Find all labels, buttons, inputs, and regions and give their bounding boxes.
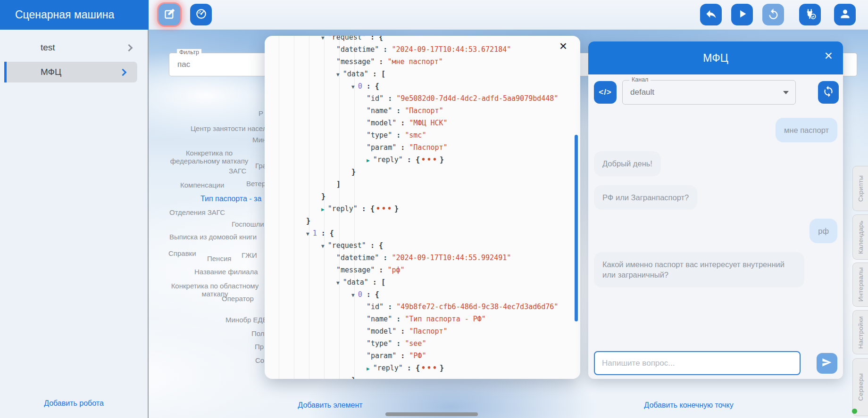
sidebar-item-label: МФЦ [41, 67, 61, 77]
send-button[interactable] [817, 353, 837, 374]
add-endpoint-link[interactable]: Добавить конечную точку [644, 401, 733, 409]
sidebar-item-test[interactable]: test [0, 37, 148, 58]
sidebar-item-label: test [41, 42, 55, 53]
canvas-node[interactable]: Госпошли [232, 220, 264, 228]
right-tab-3[interactable]: Интервалы [852, 262, 868, 307]
canvas-node[interactable]: Пр [255, 343, 264, 351]
top-toolbar [149, 0, 868, 30]
json-line[interactable]: ▶"reply" : {•••} [265, 154, 571, 166]
canvas-node[interactable]: Тип паспорта - за [200, 195, 261, 203]
right-tab-2[interactable]: Календарь [852, 214, 868, 260]
json-line[interactable]: "message" : "рф" [265, 264, 571, 276]
canvas-node[interactable]: Р [259, 109, 263, 117]
canvas-node[interactable]: ЗАГС [229, 167, 246, 175]
close-icon[interactable]: × [824, 49, 833, 63]
user-message-bubble: рф [810, 219, 837, 243]
json-line[interactable]: } [265, 166, 571, 178]
json-line[interactable]: "datetime" : "2024-09-17T10:44:53.672184… [265, 43, 571, 56]
bot-message-bubble: Добрый день! [594, 151, 661, 176]
json-line[interactable]: "name" : "Паспорт" [265, 105, 571, 117]
dashboard-button[interactable] [190, 4, 212, 25]
canvas-node[interactable]: Компенсации [180, 181, 224, 189]
sidebar-item-mfc[interactable]: МФЦ [4, 62, 137, 82]
json-line[interactable]: "type" : "smc" [265, 129, 571, 141]
canvas-node[interactable]: Оператор [222, 295, 254, 303]
canvas-node[interactable]: Пенсия [207, 254, 231, 262]
right-tab-label: Скрипты [857, 175, 864, 202]
canvas-node[interactable]: Конкретика по федеральному маткапу [161, 149, 258, 165]
json-line[interactable]: "type" : "see" [265, 337, 571, 350]
json-line[interactable]: "id" : "49b8fe72-cfb6-486d-9c38-4ec7d3ad… [265, 301, 571, 313]
undo-button[interactable] [700, 4, 722, 25]
bot-message-bubble: РФ или Загранпаспорт? [594, 185, 697, 210]
paper-plane-icon [821, 357, 833, 370]
json-line[interactable]: "model" : "МФЦ НСК" [265, 117, 571, 129]
right-tab-label: Календарь [857, 221, 864, 254]
code-view-button[interactable]: </> [594, 81, 617, 104]
json-line[interactable]: "param" : "РФ" [265, 350, 571, 362]
json-line[interactable]: ▼0 : { [265, 80, 571, 92]
request-history-modal: ▼"request" : {"datetime" : "2024-09-17T1… [265, 36, 580, 379]
chat-question-input[interactable] [594, 351, 801, 375]
robots-sidebar: test МФЦ Добавить робота [0, 30, 149, 418]
json-line[interactable]: ▼"request" : { [265, 239, 571, 252]
json-line[interactable]: "datetime" : "2024-09-17T10:44:55.992491… [265, 252, 571, 264]
json-line[interactable]: "id" : "9e5082d0-7d4d-4dc2-adfd-5aa9079b… [265, 92, 571, 105]
json-line[interactable]: } [265, 374, 571, 379]
refresh-chat-button[interactable] [818, 81, 839, 104]
profile-button[interactable] [834, 4, 856, 25]
json-line[interactable]: ▼1 : { [265, 227, 571, 239]
json-line[interactable]: ▼"request" : { [265, 36, 571, 43]
canvas-node[interactable]: Отделения ЗАГС [169, 208, 225, 216]
json-line[interactable]: "message" : "мне паспорт" [265, 56, 571, 68]
json-line[interactable]: ▼"data" : [ [265, 68, 571, 80]
restore-icon [767, 8, 780, 22]
json-line[interactable]: ▼"data" : [ [265, 276, 571, 288]
integrations-button[interactable] [799, 4, 821, 25]
canvas-node[interactable]: Справки [168, 249, 196, 257]
json-line[interactable]: } [265, 215, 571, 227]
canvas-node[interactable]: Название филиала [194, 268, 258, 276]
add-element-link[interactable]: Добавить элемент [298, 401, 362, 409]
json-line[interactable]: "name" : "Тип паспорта - РФ" [265, 313, 571, 325]
json-line[interactable]: ▶"reply" : {•••} [265, 362, 571, 374]
close-icon[interactable]: × [559, 40, 567, 53]
channel-label: Канал [629, 76, 651, 83]
chat-input-row [594, 351, 837, 375]
refresh-icon [822, 85, 835, 99]
chat-panel: МФЦ × </> Канал default мне паспортДобры… [588, 41, 843, 379]
canvas-node[interactable]: Центр занятости населе [191, 124, 271, 132]
json-line[interactable]: } [265, 190, 571, 203]
edit-mode-button[interactable] [159, 4, 180, 25]
plug-check-icon [804, 8, 817, 22]
right-tab-1[interactable]: Скрипты [852, 166, 868, 211]
modal-scrollbar-thumb[interactable] [575, 135, 578, 321]
restore-button[interactable] [762, 4, 784, 25]
add-robot-link[interactable]: Добавить робота [44, 399, 104, 407]
json-line[interactable]: ▼0 : { [265, 288, 571, 301]
canvas-node[interactable]: Ветер [246, 180, 266, 188]
profile-icon [839, 8, 851, 22]
right-tab-label: Серверы [857, 373, 864, 401]
chat-title: МФЦ [588, 41, 843, 74]
horizontal-scrollbar[interactable] [385, 412, 478, 416]
canvas-node[interactable]: ГЖИ [242, 251, 257, 259]
json-line[interactable]: ] [265, 178, 571, 190]
edit-icon [163, 8, 176, 22]
json-tree[interactable]: ▼"request" : {"datetime" : "2024-09-17T1… [265, 36, 571, 379]
scenario-machine-app: Сценарная машина test МФЦ Добавить робот… [0, 0, 868, 418]
run-button[interactable] [731, 4, 753, 25]
right-tab-4[interactable]: Настройки [852, 310, 868, 354]
channel-select[interactable]: Канал default [622, 80, 796, 105]
play-icon [736, 8, 749, 22]
right-tab-5[interactable]: Серверы [852, 358, 868, 416]
chat-messages: мне паспортДобрый день!РФ или Загранпасп… [588, 112, 843, 336]
json-line[interactable]: ▶"reply" : {•••} [265, 203, 571, 215]
canvas-node[interactable]: Пол [251, 329, 265, 337]
canvas-node[interactable]: Минобр ЕДВ [225, 316, 267, 324]
canvas-node[interactable]: Выписка из домовой книги [169, 233, 257, 241]
json-line[interactable]: "model" : "Паспорт" [265, 325, 571, 337]
canvas-node[interactable]: Со [255, 356, 264, 364]
canvas-node[interactable]: Мин [252, 136, 266, 144]
json-line[interactable]: "param" : "Паспорт" [265, 141, 571, 154]
